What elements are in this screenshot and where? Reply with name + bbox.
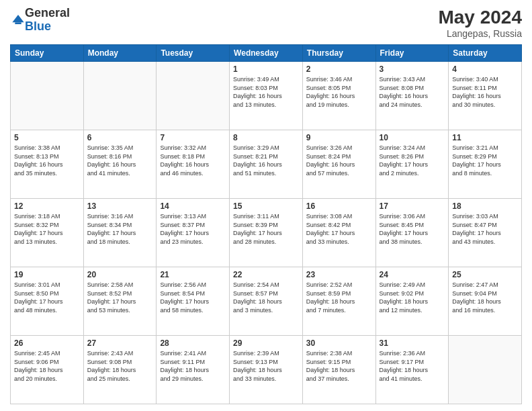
calendar-cell: 11Sunrise: 3:21 AM Sunset: 8:29 PM Dayli… <box>449 130 522 199</box>
month-year: May 2024 <box>438 7 522 28</box>
calendar-cell: 25Sunrise: 2:47 AM Sunset: 9:04 PM Dayli… <box>449 267 522 336</box>
calendar-cell: 30Sunrise: 2:38 AM Sunset: 9:15 PM Dayli… <box>302 336 375 404</box>
logo-text: General Blue <box>25 7 70 34</box>
calendar-cell <box>157 62 230 130</box>
day-number: 12 <box>14 201 80 211</box>
calendar-cell: 15Sunrise: 3:11 AM Sunset: 8:39 PM Dayli… <box>230 199 303 267</box>
day-info: Sunrise: 2:36 AM Sunset: 9:17 PM Dayligh… <box>380 349 445 383</box>
day-info: Sunrise: 2:45 AM Sunset: 9:06 PM Dayligh… <box>14 349 80 383</box>
calendar-cell: 21Sunrise: 2:56 AM Sunset: 8:54 PM Dayli… <box>157 267 230 336</box>
calendar-cell: 12Sunrise: 3:18 AM Sunset: 8:32 PM Dayli… <box>11 199 84 267</box>
day-info: Sunrise: 2:47 AM Sunset: 9:04 PM Dayligh… <box>452 281 518 314</box>
calendar-week-2: 5Sunrise: 3:38 AM Sunset: 8:13 PM Daylig… <box>11 130 522 199</box>
day-info: Sunrise: 3:49 AM Sunset: 8:03 PM Dayligh… <box>233 75 299 109</box>
logo: General Blue <box>10 7 70 34</box>
day-info: Sunrise: 3:46 AM Sunset: 8:05 PM Dayligh… <box>306 75 372 109</box>
day-number: 6 <box>87 133 153 142</box>
day-number: 11 <box>452 133 518 142</box>
day-info: Sunrise: 2:54 AM Sunset: 8:57 PM Dayligh… <box>233 281 299 314</box>
calendar-week-4: 19Sunrise: 3:01 AM Sunset: 8:50 PM Dayli… <box>11 267 522 336</box>
calendar-cell <box>11 62 84 130</box>
day-number: 3 <box>380 64 445 74</box>
svg-rect-1 <box>15 22 21 24</box>
day-number: 10 <box>380 133 445 142</box>
day-number: 1 <box>233 64 299 74</box>
calendar-cell: 17Sunrise: 3:06 AM Sunset: 8:45 PM Dayli… <box>375 199 449 267</box>
calendar-cell: 22Sunrise: 2:54 AM Sunset: 8:57 PM Dayli… <box>230 267 303 336</box>
day-number: 15 <box>233 201 299 211</box>
calendar-cell: 9Sunrise: 3:26 AM Sunset: 8:24 PM Daylig… <box>302 130 375 199</box>
calendar-cell: 1Sunrise: 3:49 AM Sunset: 8:03 PM Daylig… <box>230 62 303 130</box>
title-block: May 2024 Langepas, Russia <box>438 7 522 39</box>
day-info: Sunrise: 3:16 AM Sunset: 8:34 PM Dayligh… <box>87 212 153 246</box>
day-number: 5 <box>14 133 80 142</box>
calendar-cell: 10Sunrise: 3:24 AM Sunset: 8:26 PM Dayli… <box>375 130 449 199</box>
day-number: 27 <box>87 338 153 348</box>
calendar-cell: 4Sunrise: 3:40 AM Sunset: 8:11 PM Daylig… <box>449 62 522 130</box>
header: General Blue May 2024 Langepas, Russia <box>10 7 522 39</box>
day-info: Sunrise: 3:03 AM Sunset: 8:47 PM Dayligh… <box>452 212 518 246</box>
day-info: Sunrise: 3:43 AM Sunset: 8:08 PM Dayligh… <box>380 75 445 109</box>
svg-marker-0 <box>12 15 24 22</box>
calendar-cell <box>83 62 157 130</box>
calendar-cell: 3Sunrise: 3:43 AM Sunset: 8:08 PM Daylig… <box>375 62 449 130</box>
day-number: 23 <box>306 270 372 279</box>
day-number: 20 <box>87 270 153 279</box>
day-number: 16 <box>306 201 372 211</box>
day-number: 2 <box>306 64 372 74</box>
day-info: Sunrise: 3:06 AM Sunset: 8:45 PM Dayligh… <box>380 212 445 246</box>
day-number: 25 <box>452 270 518 279</box>
day-number: 28 <box>160 338 226 348</box>
day-info: Sunrise: 2:52 AM Sunset: 8:59 PM Dayligh… <box>306 281 372 314</box>
calendar-cell: 7Sunrise: 3:32 AM Sunset: 8:18 PM Daylig… <box>157 130 230 199</box>
calendar-cell: 14Sunrise: 3:13 AM Sunset: 8:37 PM Dayli… <box>157 199 230 267</box>
calendar-week-1: 1Sunrise: 3:49 AM Sunset: 8:03 PM Daylig… <box>11 62 522 130</box>
day-info: Sunrise: 3:21 AM Sunset: 8:29 PM Dayligh… <box>452 144 518 177</box>
day-info: Sunrise: 3:32 AM Sunset: 8:18 PM Dayligh… <box>160 144 226 177</box>
location: Langepas, Russia <box>438 28 522 39</box>
day-number: 21 <box>160 270 226 279</box>
day-info: Sunrise: 3:26 AM Sunset: 8:24 PM Dayligh… <box>306 144 372 177</box>
day-number: 29 <box>233 338 299 348</box>
calendar-cell: 6Sunrise: 3:35 AM Sunset: 8:16 PM Daylig… <box>83 130 157 199</box>
calendar-cell <box>449 336 522 404</box>
day-number: 19 <box>14 270 80 279</box>
calendar-header-saturday: Saturday <box>449 45 522 62</box>
logo-blue: Blue <box>25 20 70 34</box>
day-number: 30 <box>306 338 372 348</box>
calendar-cell: 31Sunrise: 2:36 AM Sunset: 9:17 PM Dayli… <box>375 336 449 404</box>
calendar-cell: 18Sunrise: 3:03 AM Sunset: 8:47 PM Dayli… <box>449 199 522 267</box>
day-info: Sunrise: 3:24 AM Sunset: 8:26 PM Dayligh… <box>380 144 445 177</box>
day-info: Sunrise: 3:08 AM Sunset: 8:42 PM Dayligh… <box>306 212 372 246</box>
day-info: Sunrise: 2:58 AM Sunset: 8:52 PM Dayligh… <box>87 281 153 314</box>
day-info: Sunrise: 2:38 AM Sunset: 9:15 PM Dayligh… <box>306 349 372 383</box>
calendar-cell: 23Sunrise: 2:52 AM Sunset: 8:59 PM Dayli… <box>302 267 375 336</box>
page: General Blue May 2024 Langepas, Russia S… <box>0 0 532 411</box>
day-number: 9 <box>306 133 372 142</box>
day-number: 4 <box>452 64 518 74</box>
calendar-header-thursday: Thursday <box>302 45 375 62</box>
day-number: 13 <box>87 201 153 211</box>
day-number: 18 <box>452 201 518 211</box>
day-number: 22 <box>233 270 299 279</box>
calendar-cell: 28Sunrise: 2:41 AM Sunset: 9:11 PM Dayli… <box>157 336 230 404</box>
calendar-header-tuesday: Tuesday <box>157 45 230 62</box>
calendar-table: SundayMondayTuesdayWednesdayThursdayFrid… <box>10 44 522 404</box>
calendar-header-row: SundayMondayTuesdayWednesdayThursdayFrid… <box>11 45 522 62</box>
calendar-header-sunday: Sunday <box>11 45 84 62</box>
day-number: 31 <box>380 338 445 348</box>
day-info: Sunrise: 2:56 AM Sunset: 8:54 PM Dayligh… <box>160 281 226 314</box>
day-number: 24 <box>380 270 445 279</box>
day-info: Sunrise: 3:18 AM Sunset: 8:32 PM Dayligh… <box>14 212 80 246</box>
day-info: Sunrise: 3:38 AM Sunset: 8:13 PM Dayligh… <box>14 144 80 177</box>
day-info: Sunrise: 2:41 AM Sunset: 9:11 PM Dayligh… <box>160 349 226 383</box>
day-info: Sunrise: 2:39 AM Sunset: 9:13 PM Dayligh… <box>233 349 299 383</box>
calendar-week-3: 12Sunrise: 3:18 AM Sunset: 8:32 PM Dayli… <box>11 199 522 267</box>
calendar-cell: 5Sunrise: 3:38 AM Sunset: 8:13 PM Daylig… <box>11 130 84 199</box>
calendar-header-wednesday: Wednesday <box>230 45 303 62</box>
calendar-cell: 26Sunrise: 2:45 AM Sunset: 9:06 PM Dayli… <box>11 336 84 404</box>
day-info: Sunrise: 3:40 AM Sunset: 8:11 PM Dayligh… <box>452 75 518 109</box>
calendar-cell: 13Sunrise: 3:16 AM Sunset: 8:34 PM Dayli… <box>83 199 157 267</box>
calendar-header-friday: Friday <box>375 45 449 62</box>
day-info: Sunrise: 3:01 AM Sunset: 8:50 PM Dayligh… <box>14 281 80 314</box>
